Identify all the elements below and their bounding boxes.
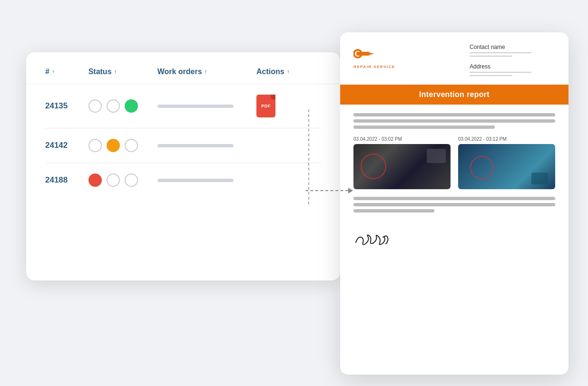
col-status-sort[interactable]: ↑ xyxy=(114,68,117,75)
table-row: 24135 PDF xyxy=(45,84,321,128)
blurred-text-line xyxy=(353,125,495,129)
blurred-text-line xyxy=(353,209,434,212)
contact-name-label: Contact name xyxy=(470,44,555,50)
row-workorders xyxy=(157,144,256,147)
row-status xyxy=(88,139,157,152)
photos-section: 03.04.2022 - 03:02 PM 03.04.2022 - 03:12… xyxy=(353,136,555,189)
report-card: REPAIR SERVICE Contact name Address Inte… xyxy=(340,32,568,375)
status-dot-empty xyxy=(88,139,102,152)
col-status-label: Status xyxy=(88,68,112,76)
col-header-workorders[interactable]: Work orders ↑ xyxy=(157,68,256,76)
row-status xyxy=(88,99,157,113)
table-header: # ↑ Status ↑ Work orders ↑ Actions ↑ xyxy=(26,52,340,84)
table-body: 24135 PDF 24142 xyxy=(26,84,340,197)
photo-container-1: 03.04.2022 - 03:02 PM xyxy=(353,136,451,189)
report-description-block xyxy=(353,113,555,129)
report-body: 03.04.2022 - 03:02 PM 03.04.2022 - 03:12… xyxy=(340,105,568,260)
engine-photo xyxy=(353,144,451,189)
progress-bar xyxy=(157,144,234,147)
svg-rect-1 xyxy=(356,52,370,56)
status-dot-empty xyxy=(107,99,120,113)
report-header: REPAIR SERVICE Contact name Address xyxy=(340,32,568,85)
row-id: 24188 xyxy=(45,175,88,185)
col-actions-sort[interactable]: ↑ xyxy=(287,68,290,75)
table-row: 24142 xyxy=(45,128,321,163)
col-header-num[interactable]: # ↑ xyxy=(45,68,88,76)
logo-text: REPAIR SERVICE xyxy=(353,65,395,69)
contact-name-line2 xyxy=(470,56,512,57)
report-description-block2 xyxy=(353,197,555,212)
contact-name-field: Contact name xyxy=(470,44,555,57)
address-label: Address xyxy=(470,63,555,70)
blurred-text-line xyxy=(353,119,555,123)
photo-box-1 xyxy=(353,144,451,189)
status-dot-red xyxy=(88,174,102,187)
pdf-label: PDF xyxy=(261,104,271,108)
row-id: 24135 xyxy=(45,101,88,111)
blurred-text-line xyxy=(353,113,555,116)
blurred-text-line xyxy=(353,197,555,200)
table-card: # ↑ Status ↑ Work orders ↑ Actions ↑ 241… xyxy=(26,52,340,280)
col-actions-label: Actions xyxy=(256,68,284,76)
report-banner: Intervention report xyxy=(340,85,568,105)
row-workorders xyxy=(157,105,256,108)
status-dot-empty xyxy=(88,99,102,113)
progress-bar xyxy=(157,105,234,108)
row-workorders xyxy=(157,179,256,182)
address-line2 xyxy=(470,75,512,76)
photo-timestamp-1: 03.04.2022 - 03:02 PM xyxy=(353,136,451,142)
row-actions: PDF xyxy=(256,95,321,117)
blurred-text-line xyxy=(353,203,555,206)
status-dot-empty xyxy=(125,139,138,152)
row-status xyxy=(88,174,157,187)
status-dot-green xyxy=(125,99,138,113)
col-workorders-label: Work orders xyxy=(157,68,202,76)
dashed-line xyxy=(305,190,348,191)
col-num-label: # xyxy=(45,68,49,76)
photo-box-2 xyxy=(458,144,555,189)
col-num-sort[interactable]: ↑ xyxy=(52,68,55,75)
pump-photo xyxy=(458,144,555,189)
progress-bar xyxy=(157,179,234,182)
row-id: 24142 xyxy=(45,141,88,150)
table-row: 24188 xyxy=(45,163,321,197)
photo-container-2: 03.04.2022 - 03:12 PM xyxy=(458,136,555,189)
contact-name-line xyxy=(470,52,531,53)
banner-text: Intervention report xyxy=(419,90,490,98)
status-dot-orange xyxy=(107,139,120,152)
contact-area: Contact name Address xyxy=(470,44,555,76)
signature-svg xyxy=(353,226,396,250)
connecting-arrow xyxy=(305,188,353,193)
col-workorders-sort[interactable]: ↑ xyxy=(205,68,207,75)
status-dot-empty xyxy=(107,174,120,187)
signature-area xyxy=(353,221,555,251)
address-field: Address xyxy=(470,63,555,76)
col-header-actions[interactable]: Actions ↑ xyxy=(256,68,321,76)
status-dot-empty xyxy=(125,174,138,187)
address-line1 xyxy=(470,72,531,73)
repair-service-logo xyxy=(353,44,379,64)
arrow-right-icon xyxy=(348,188,353,193)
pdf-icon[interactable]: PDF xyxy=(256,95,275,117)
photo-timestamp-2: 03.04.2022 - 03:12 PM xyxy=(458,136,555,142)
col-header-status[interactable]: Status ↑ xyxy=(88,68,157,76)
logo-area: REPAIR SERVICE xyxy=(353,44,395,69)
